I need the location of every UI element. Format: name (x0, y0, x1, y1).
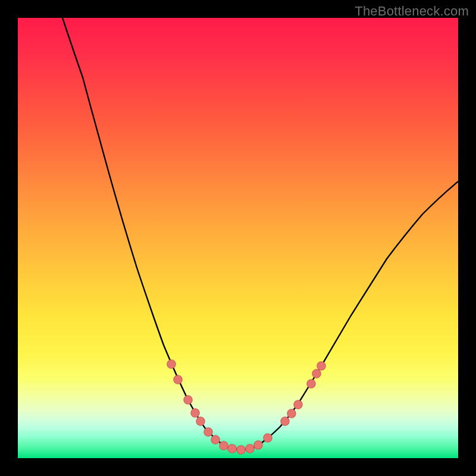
marker-dot (211, 436, 220, 444)
marker-dot (307, 380, 315, 388)
curve-markers (167, 360, 325, 454)
marker-dot (312, 369, 321, 378)
marker-dot (204, 428, 212, 436)
marker-dot (264, 434, 272, 442)
plot-area (18, 18, 458, 458)
chart-stage: TheBottleneck.com (0, 0, 476, 476)
marker-dot (174, 375, 182, 384)
marker-dot (287, 409, 296, 418)
marker-dot (281, 417, 289, 425)
marker-dot (196, 417, 205, 425)
watermark-text: TheBottleneck.com (355, 4, 469, 19)
marker-dot (220, 441, 228, 450)
marker-dot (184, 396, 192, 404)
bottleneck-curve (62, 18, 458, 449)
marker-dot (317, 362, 325, 370)
marker-dot (237, 446, 245, 454)
marker-dot (294, 400, 302, 409)
marker-dot (191, 409, 199, 417)
marker-dot (254, 441, 262, 449)
marker-dot (246, 444, 254, 453)
bottleneck-curve-svg (18, 18, 458, 458)
marker-dot (228, 444, 236, 453)
marker-dot (167, 360, 176, 368)
